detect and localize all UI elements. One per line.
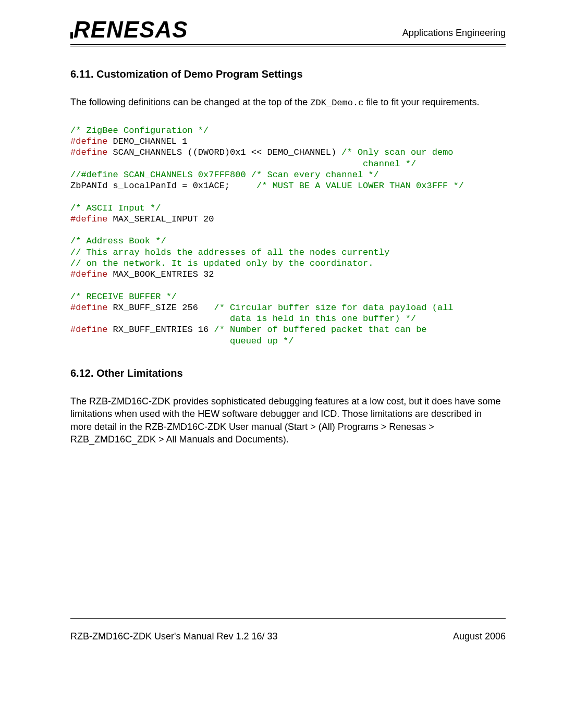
code-block: /* ZigBee Configuration */ #define DEMO_… xyxy=(70,125,506,347)
intro-filename: ZDK_Demo.c xyxy=(310,98,363,108)
intro-text-before: The following definitions can be changed… xyxy=(70,97,310,107)
section-612-body: The RZB-ZMD16C-ZDK provides sophisticate… xyxy=(70,395,506,446)
page-content: 6.11. Customization of Demo Program Sett… xyxy=(70,46,506,446)
code-text: ZbPANId s_LocalPanId = 0x1ACE; xyxy=(70,181,256,191)
section-heading-611: 6.11. Customization of Demo Program Sett… xyxy=(70,68,506,80)
code-comment: /* MUST BE A VALUE LOWER THAN 0x3FFF */ xyxy=(256,181,464,191)
code-keyword: #define xyxy=(70,137,107,146)
code-comment: /* ASCII Input */ xyxy=(70,203,161,213)
header-subtitle: Applications Engineering xyxy=(402,28,506,41)
brand-text: RENESAS xyxy=(74,17,188,41)
footer-left: RZB-ZMD16C-ZDK User's Manual Rev 1.2 16/… xyxy=(70,631,278,642)
intro-paragraph: The following definitions can be changed… xyxy=(70,96,506,109)
renesas-logo-icon: RENESAS xyxy=(70,15,222,41)
code-comment: /* Circular buffer size for data payload… xyxy=(214,303,453,313)
code-comment: //#define SCAN_CHANNELS 0x7FFF800 /* Sca… xyxy=(70,170,379,180)
brand-logo: RENESAS xyxy=(70,15,222,41)
page-footer: RZB-ZMD16C-ZDK User's Manual Rev 1.2 16/… xyxy=(70,631,506,642)
code-comment: // This array holds the addresses of all… xyxy=(70,248,389,257)
code-comment: /* Number of buffered packet that can be xyxy=(214,325,426,335)
code-keyword: #define xyxy=(70,269,107,279)
code-text: MAX_BOOK_ENTRIES 32 xyxy=(107,269,214,279)
code-keyword: #define xyxy=(70,325,107,335)
code-keyword: #define xyxy=(70,214,107,224)
code-comment: /* Address Book */ xyxy=(70,236,166,246)
code-text: RX_BUFF_SIZE 256 xyxy=(107,303,214,313)
page-header: RENESAS Applications Engineering xyxy=(70,15,506,43)
code-comment: // on the network. It is updated only by… xyxy=(70,258,374,268)
page: RENESAS Applications Engineering 6.11. C… xyxy=(0,0,563,728)
code-comment: /* Only scan our demo xyxy=(341,147,453,157)
code-text: MAX_SERIAL_INPUT 20 xyxy=(107,214,214,224)
code-text: SCAN_CHANNELS ((DWORD)0x1 << DEMO_CHANNE… xyxy=(107,147,341,157)
footer-rule xyxy=(70,618,506,619)
code-keyword: #define xyxy=(70,303,107,313)
section-heading-612: 6.12. Other Limitations xyxy=(70,367,506,379)
intro-text-after: file to fit your requirements. xyxy=(363,97,479,107)
code-comment: channel */ xyxy=(70,159,416,169)
code-comment: queued up */ xyxy=(70,336,293,346)
code-text: RX_BUFF_ENTRIES 16 xyxy=(107,325,214,335)
code-comment: data is held in this one buffer) */ xyxy=(70,314,416,324)
code-keyword: #define xyxy=(70,147,107,157)
code-text: DEMO_CHANNEL 1 xyxy=(107,137,187,146)
code-line: /* ZigBee Configuration */ xyxy=(70,126,209,135)
svg-rect-0 xyxy=(70,32,73,39)
footer-right: August 2006 xyxy=(453,631,506,642)
code-comment: /* RECEIVE BUFFER */ xyxy=(70,292,177,302)
